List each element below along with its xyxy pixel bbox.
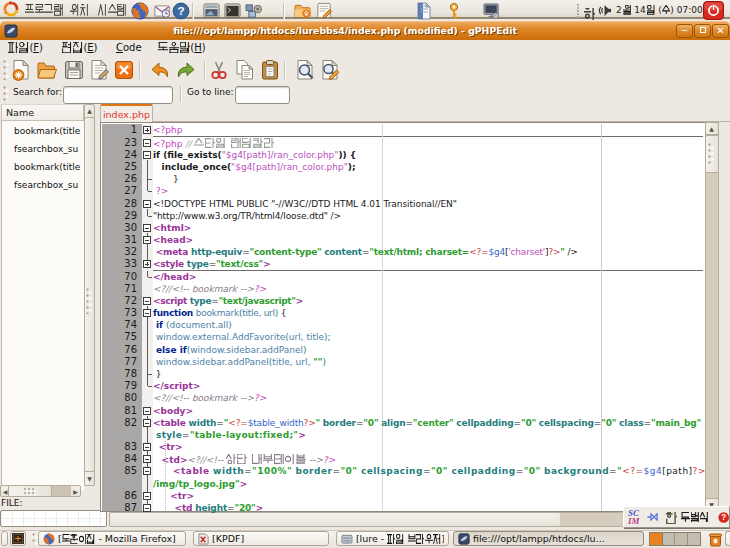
svg-text:?: ?: [721, 513, 726, 522]
svg-text:?: ?: [177, 4, 184, 17]
